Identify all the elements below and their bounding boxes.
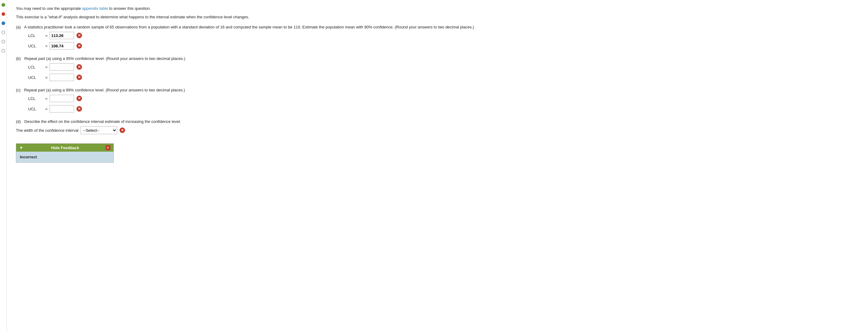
ucl-input-a[interactable] [50,42,74,49]
question-block-b: (b) Repeat part (a) using a 95% confiden… [16,56,859,81]
sidebar-dot-outline-2 [2,40,5,43]
equals-lcl-a: = [45,33,48,38]
part-label-a: (a) [16,25,21,29]
ucl-label-c: UCL [28,107,43,111]
question-text-b: Repeat part (a) using a 95% confidence l… [25,56,185,61]
feedback-close-button[interactable]: ✕ [105,145,111,150]
intro-paragraph: You may need to use the appropriate appe… [16,5,859,12]
feedback-body: Incorrect [16,152,114,162]
sidebar-dot-blue [2,22,5,25]
question-block-a: (a) A statistics practitioner took a ran… [16,25,859,49]
ucl-label-a: UCL [28,44,43,48]
lcl-label-a: LCL [28,33,43,38]
equals-ucl-c: = [45,107,48,111]
lcl-error-icon-b[interactable]: ✕ [76,64,82,70]
feedback-arrow-icon: ▼ [19,145,23,150]
ucl-row-a: UCL = ✕ [28,42,859,49]
feedback-panel: ▼ Hide Feedback ✕ Incorrect [16,143,114,163]
intro-text: You may need to use the appropriate [16,6,81,11]
lcl-label-b: LCL [28,65,43,69]
sidebar [0,0,7,332]
feedback-title: Hide Feedback [51,145,79,150]
sidebar-dot-outline-3 [2,49,5,53]
question-block-c: (c) Repeat part (a) using a 99% confiden… [16,88,859,112]
lcl-input-c[interactable] [50,95,74,102]
question-text-d: Describe the effect on the confidence in… [25,119,181,124]
question-label-d: (d) Describe the effect on the confidenc… [16,119,859,124]
lcl-row-a: LCL = ✕ [28,32,859,39]
question-label-c: (c) Repeat part (a) using a 99% confiden… [16,88,859,92]
intro-end: to answer this question. [109,6,151,11]
sidebar-dot-red [2,12,5,16]
sidebar-dot-outline-1 [2,31,5,34]
ucl-error-icon-b[interactable]: ✕ [76,75,82,80]
lcl-error-icon-c[interactable]: ✕ [76,96,82,101]
confidence-select-d[interactable]: --Select-- increases decreases stays the… [81,126,117,134]
lcl-input-b[interactable] [50,63,74,71]
question-block-d: (d) Describe the effect on the confidenc… [16,119,859,134]
equals-ucl-b: = [45,75,48,80]
main-content: You may need to use the appropriate appe… [7,0,868,332]
feedback-header: ▼ Hide Feedback ✕ [16,144,114,152]
equals-ucl-a: = [45,44,48,48]
lcl-error-icon-a[interactable]: ✕ [76,33,82,38]
ucl-row-c: UCL = ✕ [28,105,859,112]
lcl-row-b: LCL = ✕ [28,63,859,71]
question-text-c: Repeat part (a) using a 99% confidence l… [24,88,185,92]
question-text-a: A statistics practitioner took a random … [24,25,474,29]
ucl-label-b: UCL [28,75,43,80]
ucl-input-b[interactable] [50,74,74,81]
exercise-description: This exercise is a "what-if" analysis de… [16,14,859,20]
select-error-icon-d[interactable]: ✕ [120,128,125,133]
equals-lcl-b: = [45,65,48,69]
feedback-status: Incorrect [20,155,37,159]
lcl-label-c: LCL [28,96,43,101]
page-wrapper: You may need to use the appropriate appe… [0,0,868,332]
lcl-input-a[interactable] [50,32,74,39]
equals-lcl-c: = [45,96,48,101]
appendix-link[interactable]: appendix table [82,6,108,11]
lcl-row-c: LCL = ✕ [28,95,859,102]
select-label-d: The width of the confidence interval [16,128,79,133]
question-label-b: (b) Repeat part (a) using a 95% confiden… [16,56,859,61]
ucl-input-c[interactable] [50,105,74,112]
select-row-d: The width of the confidence interval --S… [16,126,859,134]
ucl-row-b: UCL = ✕ [28,74,859,81]
ucl-error-icon-a[interactable]: ✕ [76,43,82,48]
part-label-c: (c) [16,88,21,92]
part-label-d: (d) [16,119,21,124]
part-label-b: (b) [16,56,21,61]
ucl-error-icon-c[interactable]: ✕ [76,106,82,111]
question-label-a: (a) A statistics practitioner took a ran… [16,25,859,29]
sidebar-dot-green [2,3,5,7]
